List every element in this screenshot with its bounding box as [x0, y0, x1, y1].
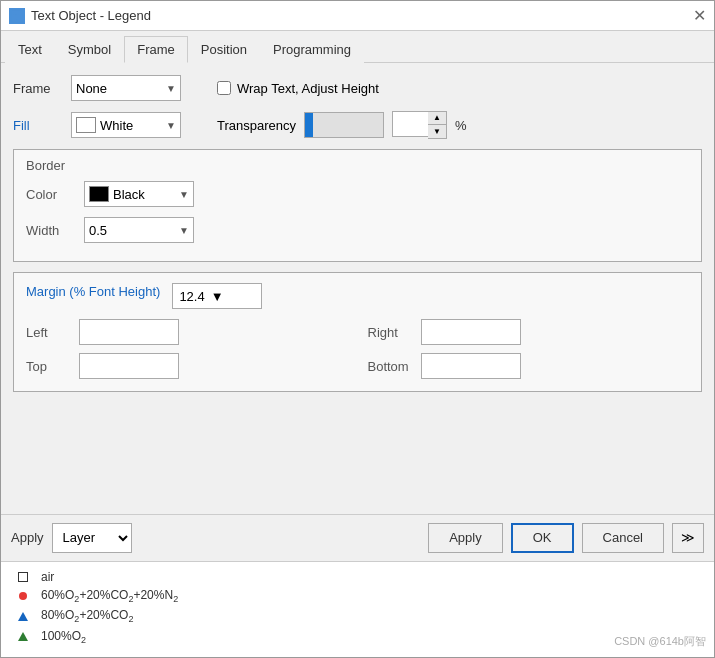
fill-row: Fill White ▼ Transparency 0 ▲ ▼	[13, 111, 702, 139]
width-dropdown-arrow: ▼	[179, 225, 189, 236]
mix2-triangle-icon	[18, 612, 28, 621]
legend-icon-air	[13, 572, 33, 582]
right-label: Right	[368, 325, 413, 340]
legend-icon-mix1	[13, 592, 33, 600]
footer: Apply Layer Apply OK Cancel ≫	[1, 514, 714, 561]
fill-dropdown-arrow: ▼	[166, 120, 176, 131]
legend-item-mix1: 60%O2+20%CO2+20%N2	[13, 588, 702, 604]
transparency-section: Transparency 0 ▲ ▼ %	[217, 111, 467, 139]
color-value-label: Black	[113, 187, 145, 202]
legend-label-mix2: 80%O2+20%CO2	[41, 608, 133, 624]
ok-button[interactable]: OK	[511, 523, 574, 553]
apply-scope-dropdown[interactable]: Layer	[52, 523, 132, 553]
wrap-text-wrap: Wrap Text, Adjust Height	[217, 81, 379, 96]
margin-preset-arrow: ▼	[211, 289, 224, 304]
border-group: Border Color Black ▼ Width 0.5 ▼	[13, 149, 702, 262]
legend-icon-mix3	[13, 632, 33, 641]
transparency-slider-container[interactable]	[304, 112, 384, 138]
fill-label: Fill	[13, 118, 63, 133]
frame-value: None	[76, 81, 107, 96]
mix3-triangle-icon	[18, 632, 28, 641]
frame-label: Frame	[13, 81, 63, 96]
legend-area: air 60%O2+20%CO2+20%N2 80%O2+20%CO2 100%…	[1, 561, 714, 657]
tab-position[interactable]: Position	[188, 36, 260, 63]
title-bar: T Text Object - Legend ✕	[1, 1, 714, 31]
left-input[interactable]: 12.4	[79, 319, 179, 345]
color-dropdown[interactable]: Black ▼	[84, 181, 194, 207]
width-value: 0.5	[89, 223, 107, 238]
top-input[interactable]: 12.4	[79, 353, 179, 379]
left-row: Left 12.4	[26, 319, 348, 345]
pct-label: %	[455, 118, 467, 133]
legend-label-mix3: 100%O2	[41, 629, 86, 645]
legend-label-mix1: 60%O2+20%CO2+20%N2	[41, 588, 178, 604]
wrap-text-checkbox[interactable]	[217, 81, 231, 95]
tab-bar: Text Symbol Frame Position Programming	[1, 31, 714, 63]
legend-item-air: air	[13, 570, 702, 584]
tab-frame[interactable]: Frame	[124, 36, 188, 63]
bottom-row: Bottom 12.4	[368, 353, 690, 379]
legend-label-air: air	[41, 570, 54, 584]
watermark: CSDN @614b阿智	[614, 634, 706, 649]
transparency-spin-up[interactable]: ▲	[428, 112, 446, 125]
air-square-icon	[18, 572, 28, 582]
tab-text[interactable]: Text	[5, 36, 55, 63]
svg-text:T: T	[13, 12, 19, 22]
margin-preset-dropdown[interactable]: 12.4 ▼	[172, 283, 262, 309]
margin-grid: Left 12.4 Right 12.4 Top 12.4 Bottom 12.…	[26, 319, 689, 379]
frame-dropdown-arrow: ▼	[166, 83, 176, 94]
legend-item-mix3: 100%O2	[13, 629, 702, 645]
cancel-button[interactable]: Cancel	[582, 523, 664, 553]
apply-button[interactable]: Apply	[428, 523, 503, 553]
frame-dropdown[interactable]: None ▼	[71, 75, 181, 101]
transparency-spin-down[interactable]: ▼	[428, 125, 446, 138]
right-row: Right 12.4	[368, 319, 690, 345]
border-color-row: Color Black ▼	[26, 181, 689, 207]
apply-left-label: Apply	[11, 530, 44, 545]
border-color-swatch	[89, 186, 109, 202]
content-area: Frame None ▼ Wrap Text, Adjust Height Fi…	[1, 63, 714, 514]
width-label: Width	[26, 223, 76, 238]
close-button[interactable]: ✕	[693, 8, 706, 24]
mix1-circle-icon	[19, 592, 27, 600]
transparency-spin-buttons: ▲ ▼	[428, 111, 447, 139]
slider-fill	[305, 113, 313, 137]
tab-programming[interactable]: Programming	[260, 36, 364, 63]
fill-color-label: White	[100, 118, 133, 133]
tab-symbol[interactable]: Symbol	[55, 36, 124, 63]
margin-title: Margin (% Font Height)	[26, 284, 160, 299]
margin-preset-value: 12.4	[179, 289, 204, 304]
frame-row: Frame None ▼ Wrap Text, Adjust Height	[13, 75, 702, 101]
transparency-input[interactable]: 0	[392, 111, 428, 137]
legend-item-mix2: 80%O2+20%CO2	[13, 608, 702, 624]
transparency-spinner: 0 ▲ ▼	[392, 111, 447, 139]
bottom-label: Bottom	[368, 359, 413, 374]
expand-button[interactable]: ≫	[672, 523, 704, 553]
border-title: Border	[26, 158, 689, 173]
left-label: Left	[26, 325, 71, 340]
legend-icon-mix2	[13, 612, 33, 621]
margin-section: Margin (% Font Height) 12.4 ▼ Left 12.4 …	[13, 272, 702, 392]
bottom-input[interactable]: 12.4	[421, 353, 521, 379]
main-window: T Text Object - Legend ✕ Text Symbol Fra…	[0, 0, 715, 658]
width-dropdown[interactable]: 0.5 ▼	[84, 217, 194, 243]
color-dropdown-arrow: ▼	[179, 189, 189, 200]
transparency-label: Transparency	[217, 118, 296, 133]
window-title: Text Object - Legend	[31, 8, 151, 23]
right-input[interactable]: 12.4	[421, 319, 521, 345]
border-width-row: Width 0.5 ▼	[26, 217, 689, 243]
wrap-text-label: Wrap Text, Adjust Height	[237, 81, 379, 96]
fill-swatch	[76, 117, 96, 133]
title-bar-left: T Text Object - Legend	[9, 8, 151, 24]
top-row: Top 12.4	[26, 353, 348, 379]
window-icon: T	[9, 8, 25, 24]
fill-dropdown[interactable]: White ▼	[71, 112, 181, 138]
top-label: Top	[26, 359, 71, 374]
color-label: Color	[26, 187, 76, 202]
